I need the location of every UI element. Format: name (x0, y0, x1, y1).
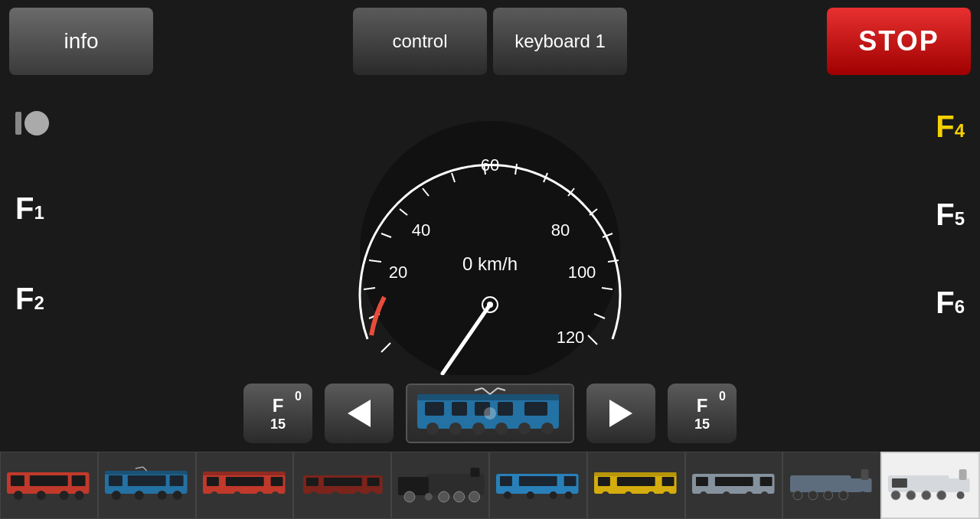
svg-point-124 (808, 491, 817, 500)
gallery-item-9[interactable] (782, 452, 880, 519)
svg-rect-115 (760, 477, 772, 486)
fn-left-button[interactable]: 0 F 15 (243, 384, 312, 443)
svg-rect-37 (524, 402, 547, 416)
svg-rect-71 (207, 477, 219, 486)
fn-right-sub: 15 (694, 416, 710, 432)
svg-point-110 (648, 491, 655, 499)
gallery-item-1[interactable] (0, 452, 98, 519)
svg-point-40 (449, 423, 462, 435)
svg-rect-32 (417, 394, 559, 400)
svg-text:60: 60 (481, 155, 499, 175)
svg-rect-61 (128, 475, 166, 486)
train-gallery (0, 452, 980, 519)
function-button-5[interactable]: F5 (936, 197, 965, 232)
svg-rect-51 (11, 475, 24, 486)
svg-rect-106 (617, 477, 655, 486)
svg-point-38 (484, 407, 496, 419)
svg-marker-30 (348, 400, 371, 427)
svg-point-102 (565, 491, 573, 499)
function-button-1[interactable]: F1 (15, 191, 49, 226)
svg-point-136 (957, 491, 965, 499)
function-button-4[interactable]: F4 (936, 109, 965, 144)
gallery-item-5[interactable] (391, 452, 489, 519)
svg-point-118 (745, 491, 753, 499)
stop-button[interactable]: STOP (827, 8, 971, 75)
fn-left-sub: 15 (270, 416, 286, 432)
svg-rect-80 (323, 478, 361, 486)
svg-rect-60 (109, 475, 122, 486)
svg-point-85 (368, 491, 375, 499)
svg-rect-107 (662, 477, 675, 486)
svg-rect-131 (892, 478, 907, 488)
direction-right-button[interactable] (586, 384, 655, 443)
speedometer-container: 20 40 60 80 100 120 0 km/h 1219 (329, 83, 651, 404)
svg-rect-98 (564, 476, 577, 486)
svg-line-18 (588, 335, 597, 344)
gallery-item-8[interactable] (685, 452, 783, 519)
svg-point-92 (439, 491, 449, 502)
svg-point-84 (354, 491, 361, 499)
svg-point-82 (309, 491, 317, 499)
svg-rect-59 (105, 471, 188, 475)
function-button-2[interactable]: F2 (15, 282, 49, 316)
svg-point-27 (487, 302, 493, 308)
svg-rect-72 (226, 477, 264, 486)
svg-point-91 (425, 493, 433, 501)
svg-text:80: 80 (551, 220, 570, 240)
keyboard1-tab[interactable]: keyboard 1 (493, 8, 627, 75)
svg-point-123 (792, 491, 802, 500)
svg-point-111 (663, 491, 671, 499)
svg-rect-120 (789, 475, 851, 492)
svg-text:40: 40 (412, 220, 430, 240)
svg-point-39 (426, 423, 439, 435)
svg-point-101 (550, 491, 557, 499)
svg-point-76 (256, 491, 263, 499)
svg-line-48 (498, 388, 505, 390)
svg-point-108 (602, 491, 609, 499)
svg-rect-81 (367, 478, 379, 486)
svg-rect-79 (305, 478, 318, 486)
svg-point-57 (75, 491, 84, 500)
svg-rect-36 (498, 402, 513, 416)
svg-point-64 (135, 491, 144, 500)
svg-point-94 (469, 491, 480, 502)
svg-rect-130 (959, 469, 967, 480)
svg-point-77 (271, 491, 279, 499)
headlight-indicator (15, 111, 49, 135)
svg-rect-114 (715, 477, 753, 486)
fn-right-sup: 0 (719, 390, 726, 403)
svg-point-100 (527, 491, 534, 499)
direction-left-button[interactable] (325, 384, 394, 443)
fn-right-button[interactable]: 0 F 15 (668, 384, 737, 443)
gallery-item-7[interactable] (587, 452, 685, 519)
svg-point-90 (404, 491, 415, 502)
svg-point-54 (14, 491, 23, 500)
gallery-item-4[interactable] (293, 452, 391, 519)
info-button[interactable]: info (9, 8, 153, 75)
svg-point-116 (700, 491, 707, 499)
svg-point-117 (723, 491, 730, 499)
headlight-circle (24, 111, 49, 135)
svg-point-66 (173, 491, 182, 500)
svg-rect-73 (270, 477, 283, 486)
svg-rect-70 (203, 472, 286, 475)
gallery-item-10[interactable] (880, 452, 980, 519)
svg-point-127 (858, 491, 866, 499)
gallery-item-3[interactable] (196, 452, 294, 519)
svg-point-133 (906, 491, 916, 500)
svg-rect-53 (72, 475, 86, 486)
svg-rect-113 (696, 477, 708, 486)
svg-point-44 (541, 423, 554, 435)
control-tab[interactable]: control (353, 8, 487, 75)
svg-rect-105 (598, 477, 610, 486)
svg-text:120: 120 (557, 328, 585, 347)
function-button-6[interactable]: F6 (936, 286, 965, 320)
svg-rect-104 (594, 472, 677, 476)
gallery-item-2[interactable] (98, 452, 196, 519)
svg-point-93 (454, 491, 465, 502)
gallery-item-6[interactable] (489, 452, 587, 519)
svg-point-55 (37, 491, 46, 500)
speedometer-svg: 20 40 60 80 100 120 0 km/h 1219 (329, 83, 651, 404)
train-thumbnail[interactable] (406, 384, 574, 443)
svg-rect-129 (947, 478, 970, 492)
